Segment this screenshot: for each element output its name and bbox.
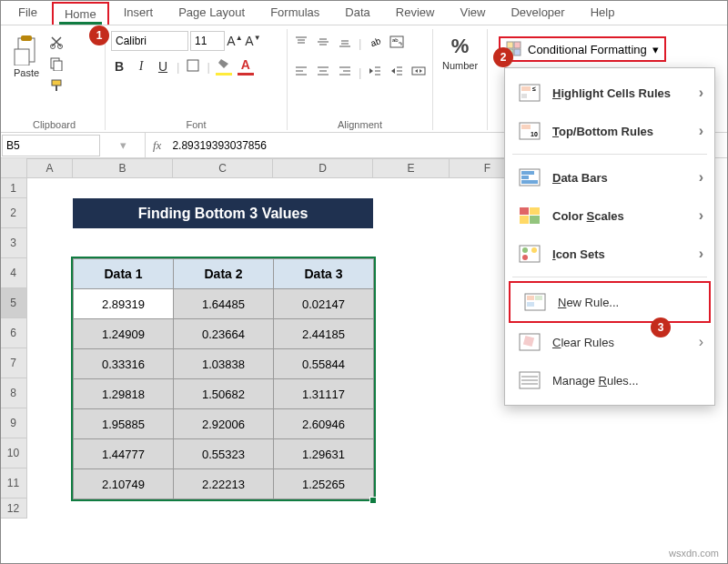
cell-b11[interactable]: 2.10749 — [74, 469, 174, 499]
cell-b10[interactable]: 1.44777 — [74, 439, 174, 469]
align-center-button[interactable] — [315, 65, 331, 80]
cell-c11[interactable]: 2.22213 — [174, 469, 274, 499]
tab-view[interactable]: View — [449, 2, 496, 25]
cell-d5[interactable]: 0.02147 — [274, 289, 374, 319]
row-headers: 1 2 3 4 5 6 7 8 9 10 11 12 — [0, 178, 27, 519]
cut-button[interactable] — [47, 33, 66, 51]
cell-d6[interactable]: 2.44185 — [274, 319, 374, 349]
cell-b7[interactable]: 0.33316 — [74, 349, 174, 379]
increase-font-button[interactable]: A▲ — [227, 34, 243, 48]
col-header-C[interactable]: C — [173, 158, 273, 178]
fill-color-button[interactable] — [216, 57, 232, 76]
wrap-text-button[interactable]: ab — [389, 35, 405, 51]
row-header-2[interactable]: 2 — [0, 198, 27, 228]
cell-c10[interactable]: 0.55323 — [174, 439, 274, 469]
row-header-6[interactable]: 6 — [0, 318, 27, 348]
cell-d9[interactable]: 2.60946 — [274, 409, 374, 439]
cell-c6[interactable]: 0.23664 — [174, 319, 274, 349]
tab-insert[interactable]: Insert — [113, 2, 165, 25]
borders-button[interactable] — [185, 59, 201, 75]
align-bottom-button[interactable] — [337, 35, 353, 51]
copy-button[interactable] — [47, 55, 66, 73]
font-name-input[interactable] — [111, 31, 188, 51]
row-header-12[interactable]: 12 — [0, 499, 27, 519]
cell-b5[interactable]: 2.89319 — [74, 289, 174, 319]
select-all-corner[interactable] — [0, 158, 27, 178]
tab-home[interactable]: Home — [52, 2, 109, 25]
decrease-indent-button[interactable] — [367, 65, 383, 80]
align-top-button[interactable] — [293, 35, 309, 51]
row-header-8[interactable]: 8 — [0, 378, 27, 408]
menu-data-bars[interactable]: Data Bars — [505, 158, 714, 196]
format-painter-button[interactable] — [47, 76, 66, 95]
tab-formulas[interactable]: Formulas — [259, 2, 330, 25]
tab-developer[interactable]: Developer — [500, 2, 575, 25]
cell-d8[interactable]: 1.31117 — [274, 379, 374, 409]
underline-button[interactable]: U — [155, 59, 171, 74]
tab-help[interactable]: Help — [580, 2, 626, 25]
cell-c8[interactable]: 1.50682 — [174, 379, 274, 409]
row-header-10[interactable]: 10 — [0, 438, 27, 468]
font-size-input[interactable] — [190, 31, 225, 51]
col-header-A[interactable]: A — [27, 158, 73, 178]
italic-button[interactable]: I — [133, 59, 149, 74]
menu-icon-sets[interactable]: Icon Sets — [505, 235, 714, 273]
svg-rect-57 — [520, 246, 540, 262]
group-label-font: Font — [106, 119, 287, 130]
header-data2[interactable]: Data 2 — [174, 259, 274, 289]
manage-rules-icon — [518, 370, 541, 390]
bold-button[interactable]: B — [111, 59, 127, 74]
tab-data[interactable]: Data — [334, 2, 380, 25]
fx-icon[interactable]: fx — [146, 138, 168, 153]
conditional-formatting-button[interactable]: Conditional Formatting ▾ — [499, 36, 666, 62]
menu-clear-rules[interactable]: Clear Rules — [505, 323, 714, 361]
data-table[interactable]: Data 1 Data 2 Data 3 2.893191.644850.021… — [73, 258, 374, 499]
cell-d10[interactable]: 1.29631 — [274, 439, 374, 469]
col-header-E[interactable]: E — [373, 158, 450, 178]
paste-button[interactable]: Paste — [9, 31, 44, 82]
row-header-1[interactable]: 1 — [0, 178, 27, 198]
percent-button[interactable]: % Number — [439, 31, 481, 75]
svg-rect-1 — [21, 35, 32, 41]
title-cell[interactable]: Finding Bottom 3 Values — [73, 198, 373, 228]
cell-b6[interactable]: 1.24909 — [74, 319, 174, 349]
header-data3[interactable]: Data 3 — [274, 259, 374, 289]
tab-file[interactable]: File — [7, 2, 48, 25]
tab-review[interactable]: Review — [385, 2, 446, 25]
menu-new-rule[interactable]: New Rule... — [509, 281, 711, 323]
cell-c5[interactable]: 1.64485 — [174, 289, 274, 319]
menu-top-bottom-rules[interactable]: 10 Top/Bottom Rules — [505, 112, 714, 150]
col-header-D[interactable]: D — [273, 158, 373, 178]
menu-highlight-cells-rules[interactable]: ≤ Highlight Cells Rules — [505, 74, 714, 112]
decrease-font-button[interactable]: A▼ — [245, 34, 261, 48]
row-header-3[interactable]: 3 — [0, 228, 27, 258]
svg-rect-62 — [527, 296, 534, 300]
increase-indent-button[interactable] — [389, 65, 405, 80]
selection-handle[interactable] — [369, 497, 377, 504]
cell-b8[interactable]: 1.29818 — [74, 379, 174, 409]
cell-b9[interactable]: 1.95885 — [74, 409, 174, 439]
cell-c9[interactable]: 2.92006 — [174, 409, 274, 439]
orientation-button[interactable]: ab — [367, 35, 383, 51]
tab-page-layout[interactable]: Page Layout — [167, 2, 256, 25]
align-right-button[interactable] — [337, 65, 353, 80]
align-left-button[interactable] — [293, 65, 309, 80]
row-header-4[interactable]: 4 — [0, 258, 27, 288]
name-box[interactable] — [2, 135, 100, 156]
cell-d7[interactable]: 0.55844 — [274, 349, 374, 379]
cell-c7[interactable]: 1.03838 — [174, 349, 274, 379]
row-header-11[interactable]: 11 — [0, 468, 27, 499]
row-header-9[interactable]: 9 — [0, 408, 27, 438]
row-header-5[interactable]: 5 — [0, 288, 27, 318]
font-color-button[interactable]: A — [238, 57, 254, 76]
header-data1[interactable]: Data 1 — [74, 259, 174, 289]
cell-d11[interactable]: 1.25265 — [274, 469, 374, 499]
row-header-7[interactable]: 7 — [0, 348, 27, 378]
col-header-B[interactable]: B — [73, 158, 173, 178]
menu-manage-rules[interactable]: Manage Rules... — [505, 361, 714, 399]
fx-controls[interactable]: ▾ — [102, 133, 146, 157]
menu-color-scales[interactable]: Color Scales — [505, 196, 714, 235]
align-middle-button[interactable] — [315, 35, 331, 51]
svg-text:ab: ab — [392, 37, 399, 43]
merge-button[interactable] — [410, 65, 427, 80]
